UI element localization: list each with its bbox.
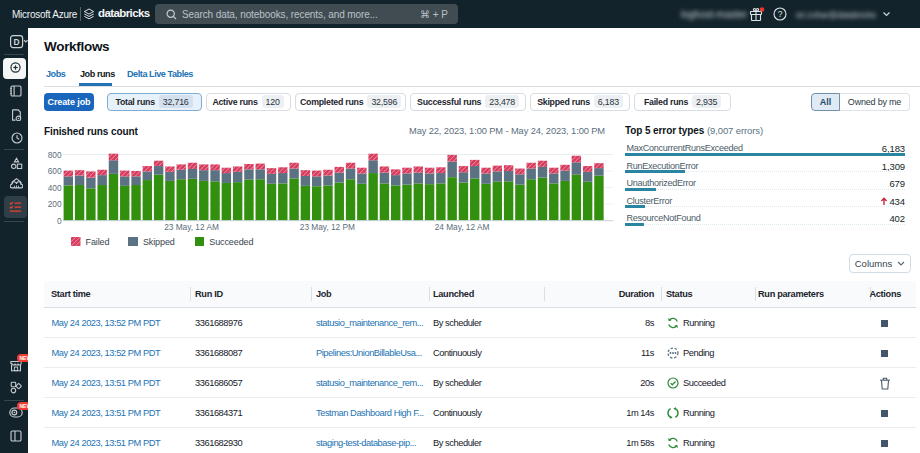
svg-text:800: 800 bbox=[48, 150, 62, 160]
svg-text:200: 200 bbox=[48, 199, 62, 209]
svg-text:0: 0 bbox=[57, 216, 62, 226]
svg-text:23 May, 12 AM: 23 May, 12 AM bbox=[164, 222, 219, 232]
svg-text:24 May, 12 AM: 24 May, 12 AM bbox=[435, 222, 490, 232]
svg-text:23 May, 12 PM: 23 May, 12 PM bbox=[300, 222, 355, 232]
svg-text:600: 600 bbox=[48, 166, 62, 176]
svg-text:D: D bbox=[14, 37, 20, 47]
svg-text:400: 400 bbox=[48, 183, 62, 193]
svg-text:?: ? bbox=[778, 9, 783, 19]
